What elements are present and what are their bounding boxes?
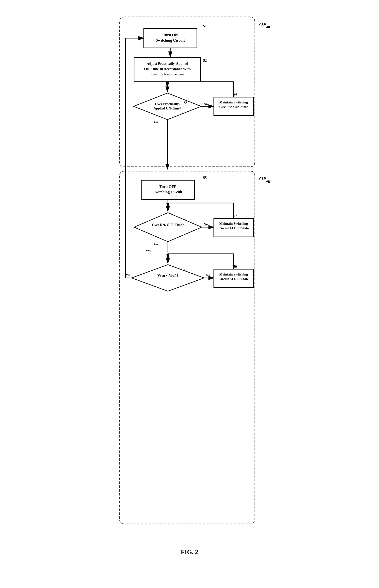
s7-text1: Maintain Switching: [219, 222, 248, 226]
feedback-s9-arrowhead: [166, 254, 169, 265]
s8-diamond: [132, 265, 204, 291]
s4-text2: Circuit At ON State: [219, 105, 248, 109]
flowchart-diagram: OPon S1 Turn ON Switching Circuit S2 Adj…: [112, 10, 272, 541]
s6-text1: Over Ref. OFF-Time?: [152, 223, 184, 227]
s8-label: S8: [184, 268, 188, 272]
s5-text1: Turn OFF: [159, 185, 176, 189]
s8-yes-left-label: Yes: [126, 273, 131, 277]
s2-text2: ON-Time In Accordance With: [144, 67, 191, 71]
op-on-label: OPon: [259, 21, 270, 29]
op-off-label: OPoff: [259, 176, 271, 183]
s9-text1: Maintain Switching: [219, 273, 248, 276]
s1-text-line1: Turn ON: [163, 33, 178, 37]
s6-diamond: [134, 213, 202, 242]
figure-caption: FIG. 2: [112, 549, 267, 556]
s2-text3: Loading Requirement: [150, 72, 184, 76]
s6-yes-label: Yes: [153, 242, 158, 246]
s3-text2: Applied ON-Time?: [153, 107, 181, 110]
feedback-arrowhead: [166, 82, 169, 92]
s1-label: S1: [203, 24, 207, 28]
s6-no-label: No: [204, 223, 208, 226]
s1-text-line2: Switching Circuit: [156, 38, 185, 43]
s4-text1: Maintain Switching: [219, 100, 248, 104]
s7-text2: Circuit At OFF State: [218, 227, 249, 230]
s6-label: S6: [184, 218, 187, 222]
s5-label: S5: [203, 176, 207, 180]
s3-diamond: [134, 93, 201, 120]
s5-text2: Switching Circuit: [153, 190, 182, 194]
s9-yes-label: Yes: [146, 249, 151, 253]
s9-text2: Circuit At OFF State: [218, 277, 249, 281]
feedback-s7-arrowhead: [166, 203, 169, 213]
s2-text1: Adjust Practically-Applied: [146, 62, 188, 65]
s3-label: S3: [184, 101, 188, 105]
page: OPon S1 Turn ON Switching Circuit S2 Adj…: [105, 5, 274, 566]
s3-yes-label: Yes: [153, 120, 158, 124]
s8-no-label: No: [206, 273, 210, 277]
s3-text1: Over Practically-: [155, 102, 180, 106]
s2-label: S2: [203, 59, 207, 62]
figure-caption-text: FIG. 2: [181, 549, 198, 555]
s8-text1: Vsen < Vref ?: [157, 274, 178, 278]
s3-no-label: No: [204, 102, 208, 106]
